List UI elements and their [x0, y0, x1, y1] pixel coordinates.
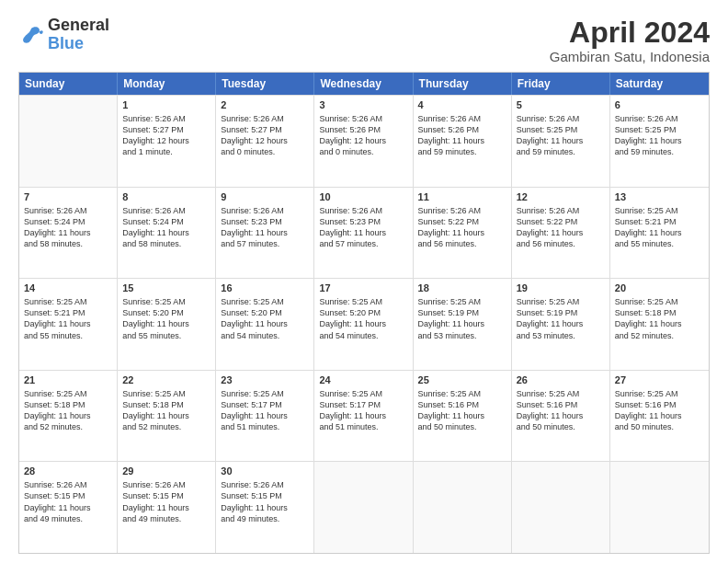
calendar-cell-9: 9Sunrise: 5:26 AM Sunset: 5:23 PM Daylig…	[216, 188, 314, 279]
calendar-cell-22: 22Sunrise: 5:25 AM Sunset: 5:18 PM Dayli…	[118, 371, 216, 462]
day-number: 11	[418, 190, 506, 204]
day-number: 5	[517, 98, 605, 112]
day-number: 24	[319, 373, 407, 387]
cell-info: Sunrise: 5:26 AM Sunset: 5:15 PM Dayligh…	[24, 479, 112, 524]
day-number: 14	[24, 282, 112, 295]
calendar-cell-empty	[610, 462, 709, 553]
cell-info: Sunrise: 5:26 AM Sunset: 5:27 PM Dayligh…	[221, 113, 309, 158]
day-number: 7	[24, 190, 112, 204]
day-number: 29	[122, 465, 210, 478]
day-number: 8	[122, 190, 210, 204]
calendar-row-1: 1Sunrise: 5:26 AM Sunset: 5:27 PM Daylig…	[19, 95, 709, 187]
header-day-thursday: Thursday	[414, 73, 512, 95]
day-number: 28	[24, 465, 112, 478]
calendar-cell-14: 14Sunrise: 5:25 AM Sunset: 5:21 PM Dayli…	[19, 279, 118, 370]
day-number: 16	[221, 282, 309, 295]
calendar: SundayMondayTuesdayWednesdayThursdayFrid…	[18, 72, 710, 554]
day-number: 15	[122, 282, 210, 295]
calendar-cell-empty	[512, 462, 610, 553]
day-number: 3	[319, 98, 407, 112]
calendar-cell-7: 7Sunrise: 5:26 AM Sunset: 5:24 PM Daylig…	[19, 188, 118, 279]
calendar-row-2: 7Sunrise: 5:26 AM Sunset: 5:24 PM Daylig…	[19, 187, 709, 279]
day-number: 18	[418, 282, 506, 295]
logo: General Blue	[18, 17, 109, 53]
calendar-cell-18: 18Sunrise: 5:25 AM Sunset: 5:19 PM Dayli…	[414, 279, 512, 370]
cell-info: Sunrise: 5:26 AM Sunset: 5:23 PM Dayligh…	[319, 205, 407, 250]
day-number: 25	[418, 373, 506, 387]
header-day-saturday: Saturday	[610, 73, 709, 95]
cell-info: Sunrise: 5:26 AM Sunset: 5:24 PM Dayligh…	[122, 205, 210, 250]
calendar-cell-empty	[19, 96, 118, 187]
calendar-cell-5: 5Sunrise: 5:26 AM Sunset: 5:25 PM Daylig…	[512, 96, 610, 187]
calendar-cell-30: 30Sunrise: 5:26 AM Sunset: 5:15 PM Dayli…	[216, 462, 314, 553]
cell-info: Sunrise: 5:26 AM Sunset: 5:24 PM Dayligh…	[24, 205, 112, 250]
calendar-cell-27: 27Sunrise: 5:25 AM Sunset: 5:16 PM Dayli…	[610, 371, 709, 462]
calendar-cell-16: 16Sunrise: 5:25 AM Sunset: 5:20 PM Dayli…	[216, 279, 314, 370]
logo-line1: General	[48, 17, 109, 35]
cell-info: Sunrise: 5:26 AM Sunset: 5:15 PM Dayligh…	[221, 479, 309, 524]
calendar-cell-2: 2Sunrise: 5:26 AM Sunset: 5:27 PM Daylig…	[216, 96, 314, 187]
calendar-cell-6: 6Sunrise: 5:26 AM Sunset: 5:25 PM Daylig…	[610, 96, 709, 187]
header-day-wednesday: Wednesday	[314, 73, 413, 95]
day-number: 1	[122, 98, 210, 112]
header: General Blue April 2024 Gambiran Satu, I…	[18, 17, 710, 64]
logo-line2: Blue	[48, 35, 109, 53]
cell-info: Sunrise: 5:26 AM Sunset: 5:25 PM Dayligh…	[615, 113, 704, 158]
calendar-cell-1: 1Sunrise: 5:26 AM Sunset: 5:27 PM Daylig…	[118, 96, 216, 187]
day-number: 2	[221, 98, 309, 112]
calendar-row-4: 21Sunrise: 5:25 AM Sunset: 5:18 PM Dayli…	[19, 370, 709, 462]
calendar-row-5: 28Sunrise: 5:26 AM Sunset: 5:15 PM Dayli…	[19, 461, 709, 553]
cell-info: Sunrise: 5:25 AM Sunset: 5:16 PM Dayligh…	[418, 388, 506, 433]
day-number: 17	[319, 282, 407, 295]
calendar-cell-23: 23Sunrise: 5:25 AM Sunset: 5:17 PM Dayli…	[216, 371, 314, 462]
title-block: April 2024 Gambiran Satu, Indonesia	[550, 17, 710, 64]
day-number: 26	[517, 373, 605, 387]
month-year: April 2024	[550, 17, 710, 49]
cell-info: Sunrise: 5:26 AM Sunset: 5:22 PM Dayligh…	[517, 205, 605, 250]
calendar-cell-28: 28Sunrise: 5:26 AM Sunset: 5:15 PM Dayli…	[19, 462, 118, 553]
day-number: 9	[221, 190, 309, 204]
cell-info: Sunrise: 5:26 AM Sunset: 5:26 PM Dayligh…	[319, 113, 407, 158]
cell-info: Sunrise: 5:25 AM Sunset: 5:18 PM Dayligh…	[122, 388, 210, 433]
calendar-cell-empty	[314, 462, 413, 553]
cell-info: Sunrise: 5:25 AM Sunset: 5:20 PM Dayligh…	[319, 296, 407, 341]
cell-info: Sunrise: 5:25 AM Sunset: 5:21 PM Dayligh…	[24, 296, 112, 341]
calendar-cell-4: 4Sunrise: 5:26 AM Sunset: 5:26 PM Daylig…	[414, 96, 512, 187]
logo-text: General Blue	[48, 17, 109, 53]
calendar-header: SundayMondayTuesdayWednesdayThursdayFrid…	[19, 73, 709, 95]
cell-info: Sunrise: 5:25 AM Sunset: 5:17 PM Dayligh…	[319, 388, 407, 433]
day-number: 12	[517, 190, 605, 204]
day-number: 21	[24, 373, 112, 387]
logo-bird-icon	[18, 22, 44, 48]
header-day-monday: Monday	[118, 73, 216, 95]
cell-info: Sunrise: 5:25 AM Sunset: 5:17 PM Dayligh…	[221, 388, 309, 433]
cell-info: Sunrise: 5:25 AM Sunset: 5:18 PM Dayligh…	[615, 296, 704, 341]
cell-info: Sunrise: 5:25 AM Sunset: 5:20 PM Dayligh…	[122, 296, 210, 341]
day-number: 20	[615, 282, 704, 295]
cell-info: Sunrise: 5:25 AM Sunset: 5:16 PM Dayligh…	[517, 388, 605, 433]
calendar-cell-21: 21Sunrise: 5:25 AM Sunset: 5:18 PM Dayli…	[19, 371, 118, 462]
cell-info: Sunrise: 5:25 AM Sunset: 5:16 PM Dayligh…	[615, 388, 704, 433]
day-number: 10	[319, 190, 407, 204]
calendar-cell-12: 12Sunrise: 5:26 AM Sunset: 5:22 PM Dayli…	[512, 188, 610, 279]
day-number: 13	[615, 190, 704, 204]
calendar-cell-20: 20Sunrise: 5:25 AM Sunset: 5:18 PM Dayli…	[610, 279, 709, 370]
day-number: 23	[221, 373, 309, 387]
location: Gambiran Satu, Indonesia	[550, 49, 710, 64]
day-number: 22	[122, 373, 210, 387]
cell-info: Sunrise: 5:26 AM Sunset: 5:23 PM Dayligh…	[221, 205, 309, 250]
calendar-cell-15: 15Sunrise: 5:25 AM Sunset: 5:20 PM Dayli…	[118, 279, 216, 370]
calendar-cell-29: 29Sunrise: 5:26 AM Sunset: 5:15 PM Dayli…	[118, 462, 216, 553]
calendar-row-3: 14Sunrise: 5:25 AM Sunset: 5:21 PM Dayli…	[19, 278, 709, 370]
cell-info: Sunrise: 5:26 AM Sunset: 5:27 PM Dayligh…	[122, 113, 210, 158]
cell-info: Sunrise: 5:25 AM Sunset: 5:19 PM Dayligh…	[418, 296, 506, 341]
cell-info: Sunrise: 5:26 AM Sunset: 5:25 PM Dayligh…	[517, 113, 605, 158]
header-day-tuesday: Tuesday	[216, 73, 314, 95]
calendar-cell-17: 17Sunrise: 5:25 AM Sunset: 5:20 PM Dayli…	[314, 279, 413, 370]
day-number: 27	[615, 373, 704, 387]
day-number: 6	[615, 98, 704, 112]
cell-info: Sunrise: 5:26 AM Sunset: 5:22 PM Dayligh…	[418, 205, 506, 250]
calendar-cell-3: 3Sunrise: 5:26 AM Sunset: 5:26 PM Daylig…	[314, 96, 413, 187]
calendar-cell-10: 10Sunrise: 5:26 AM Sunset: 5:23 PM Dayli…	[314, 188, 413, 279]
calendar-cell-24: 24Sunrise: 5:25 AM Sunset: 5:17 PM Dayli…	[314, 371, 413, 462]
